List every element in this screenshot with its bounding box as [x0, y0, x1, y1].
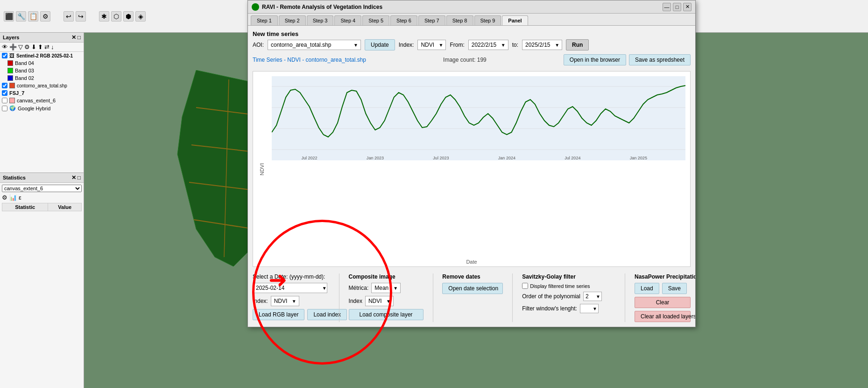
composite-index-dropdown[interactable]: NDVI	[365, 296, 394, 306]
color-box-canvas	[9, 98, 15, 103]
nasa-label: NasaPower Precipitation	[635, 273, 695, 280]
layer-checkbox-contorno[interactable]	[2, 83, 7, 88]
aoi-row: AOI: contorno_area_total.shp ▼ Update In…	[253, 39, 691, 50]
dialog-close-btn[interactable]: ✕	[683, 3, 692, 11]
display-filtered-label: Display filtered time series	[530, 283, 590, 289]
date-dropdown[interactable]: 2025-02-14	[253, 283, 327, 293]
metrica-dropdown[interactable]: Mean	[371, 283, 401, 293]
layers-toolbar-icon-2[interactable]: ➕	[9, 43, 17, 50]
dialog-controls: — □ ✕	[663, 3, 692, 11]
svg-text:Jul 2022: Jul 2022	[301, 156, 317, 160]
layer-checkbox-google[interactable]	[2, 106, 7, 111]
chart-info-row: Time Series - NDVI - contorno_area_total…	[253, 54, 691, 65]
stats-close-icon[interactable]: ✕	[71, 174, 76, 181]
load-composite-button[interactable]: Load composite layer	[349, 309, 423, 320]
chart-title: Time Series - NDVI - contorno_area_total…	[253, 57, 366, 63]
toolbar-icon-10[interactable]: ◈	[135, 11, 146, 22]
toolbar-icon-9[interactable]: ⬢	[123, 11, 134, 22]
stats-icon-2[interactable]: 📊	[9, 194, 17, 201]
layer-icon-sentinel: 🖼	[9, 53, 14, 58]
layers-toolbar-icon-1[interactable]: 👁	[2, 43, 8, 50]
savitzky-label: Savitzky-Golay filter	[522, 273, 615, 280]
nasa-load-button[interactable]: Load	[635, 283, 659, 294]
layer-item-contorno[interactable]: contorno_area_total.shp	[0, 82, 84, 89]
bottom-controls: Select a Date: (yyyy-mm-dd): 2025-02-14 …	[253, 271, 691, 322]
divider-4	[625, 273, 625, 322]
layer-item-band02[interactable]: Band 02	[0, 74, 84, 82]
save-spreadsheet-button[interactable]: Save as spredsheet	[629, 54, 691, 65]
svg-text:Jul 2023: Jul 2023	[433, 156, 449, 160]
tab-step4[interactable]: Step 4	[334, 15, 361, 25]
tab-step1[interactable]: Step 1	[251, 15, 278, 25]
layer-item-fsj7[interactable]: FSJ_7	[0, 89, 84, 97]
open-browser-button[interactable]: Open in the browser	[564, 54, 626, 65]
toolbar-icon-1[interactable]: ⬛	[4, 11, 14, 22]
toolbar-icon-6[interactable]: ↪	[76, 11, 86, 22]
from-dropdown[interactable]: 2022/2/15	[468, 40, 508, 50]
layers-toolbar-icon-3[interactable]: ▽	[18, 43, 23, 50]
toolbar-icon-4[interactable]: ⚙	[40, 11, 50, 22]
layers-panel-header: Layers ✕ □	[0, 33, 84, 43]
load-index-button[interactable]: Load index	[307, 309, 347, 320]
layer-checkbox-fsj7[interactable]	[2, 90, 7, 96]
select-date-label: Select a Date: (yyyy-mm-dd):	[253, 273, 330, 280]
tab-step7[interactable]: Step 7	[418, 15, 445, 25]
layers-toolbar-icon-8[interactable]: ↓	[51, 43, 54, 50]
index-dropdown[interactable]: NDVI	[417, 40, 446, 50]
layer-item-band04[interactable]: Band 04	[0, 59, 84, 67]
layer-label-google: Google Hybrid	[18, 106, 50, 111]
layers-toolbar-icon-5[interactable]: ⬇	[31, 43, 36, 50]
remove-dates-group: Remove dates Open date selection	[442, 273, 503, 294]
stats-expand-icon[interactable]: □	[78, 174, 81, 181]
dialog-maximize-btn[interactable]: □	[673, 3, 681, 11]
open-date-selection-button[interactable]: Open date selection	[442, 283, 503, 294]
tab-step9[interactable]: Step 9	[474, 15, 501, 25]
to-dropdown[interactable]: 2025/2/15	[522, 40, 562, 50]
layers-close-icon[interactable]: ✕	[71, 34, 76, 41]
aoi-dropdown[interactable]: contorno_area_total.shp	[268, 40, 361, 50]
layers-expand-icon[interactable]: □	[78, 34, 81, 41]
layer-item-band03[interactable]: Band 03	[0, 67, 84, 74]
clear-button[interactable]: Clear	[635, 297, 691, 308]
nasa-group: NasaPower Precipitation Load Save Clear …	[635, 273, 691, 322]
load-rgb-button[interactable]: Load RGB layer	[253, 309, 304, 320]
tab-step2[interactable]: Step 2	[279, 15, 306, 25]
toolbar-icon-2[interactable]: 🔧	[16, 11, 26, 22]
toolbar-icon-5[interactable]: ↩	[64, 11, 74, 22]
layer-checkbox-sentinel[interactable]	[2, 53, 7, 58]
stats-icon-1[interactable]: ⚙	[2, 194, 7, 201]
tab-step5[interactable]: Step 5	[362, 15, 389, 25]
layer-item-sentinel[interactable]: 🖼 Sentinel-2 RGB 2025-02-1	[0, 52, 84, 59]
tab-step3[interactable]: Step 3	[307, 15, 334, 25]
layers-toolbar-icon-6[interactable]: ⬆	[38, 43, 43, 50]
filter-window-dropdown[interactable]	[580, 304, 599, 313]
order-dropdown[interactable]: 2	[583, 292, 602, 301]
dialog-minimize-btn[interactable]: —	[663, 3, 671, 11]
display-filtered-checkbox[interactable]	[522, 283, 528, 289]
toolbar-icon-7[interactable]: ✱	[99, 11, 109, 22]
index-dropdown2[interactable]: NDVI	[271, 296, 299, 306]
update-button[interactable]: Update	[365, 39, 395, 50]
layer-item-canvas[interactable]: canvas_extent_6	[0, 97, 84, 104]
layer-checkbox-canvas[interactable]	[2, 98, 7, 103]
layers-toolbar-icon-7[interactable]: ⇄	[44, 43, 49, 50]
nasa-save-button[interactable]: Save	[662, 283, 687, 294]
toolbar-icon-3[interactable]: 📋	[28, 11, 38, 22]
stats-content: canvas_extent_6 ⚙ 📊 ε Statistic Value	[0, 183, 84, 213]
color-box-contorno	[9, 83, 15, 88]
tab-step8[interactable]: Step 8	[446, 15, 473, 25]
layer-icon-google: 🌍	[9, 105, 16, 111]
layer-item-google[interactable]: 🌍 Google Hybrid	[0, 104, 84, 112]
toolbar-icon-8[interactable]: ⬡	[111, 11, 121, 22]
stats-icon-3[interactable]: ε	[19, 194, 21, 201]
ravi-dialog: RAVI - Remote Analysis of Vegetation Ind…	[247, 0, 696, 327]
dialog-title: RAVI - Remote Analysis of Vegetation Ind…	[252, 3, 382, 11]
metrica-row: Métrica: Mean ▼	[349, 283, 423, 293]
layers-toolbar-icon-4[interactable]: ⚙	[24, 43, 30, 50]
stats-dropdown[interactable]: canvas_extent_6	[2, 185, 82, 192]
clear-all-button[interactable]: Clear all loaded layers	[635, 311, 691, 322]
run-button[interactable]: Run	[566, 39, 589, 50]
svg-text:Jan 2024: Jan 2024	[498, 156, 515, 160]
tab-panel[interactable]: Panel	[502, 15, 528, 25]
tab-step6[interactable]: Step 6	[390, 15, 417, 25]
